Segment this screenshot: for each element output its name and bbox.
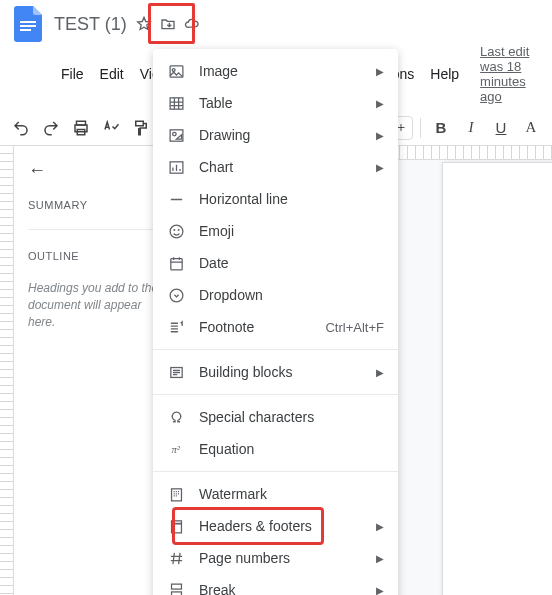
svg-point-7: [172, 68, 175, 71]
toolbar-separator: [420, 118, 421, 138]
redo-button[interactable]: [38, 115, 64, 141]
submenu-arrow-icon: ▶: [376, 367, 384, 378]
svg-point-12: [170, 225, 183, 238]
insert-table[interactable]: Table▶: [153, 87, 398, 119]
watermark-icon: [167, 485, 185, 503]
insert-emoji[interactable]: Emoji: [153, 215, 398, 247]
summary-heading: SUMMARY: [28, 199, 169, 211]
break-icon: [167, 581, 185, 595]
chart-icon: [167, 158, 185, 176]
menu-label: Equation: [199, 441, 384, 457]
last-edit-link[interactable]: Last edit was 18 minutes ago: [480, 44, 542, 104]
outline-hint: Headings you add to the document will ap…: [28, 280, 169, 330]
hr-icon: [167, 190, 185, 208]
insert-drawing[interactable]: Drawing▶: [153, 119, 398, 151]
emoji-icon: [167, 222, 185, 240]
svg-point-13: [174, 229, 175, 230]
menu-edit[interactable]: Edit: [93, 62, 131, 86]
menu-label: Chart: [199, 159, 356, 175]
menu-label: Horizontal line: [199, 191, 384, 207]
menu-help[interactable]: Help: [423, 62, 466, 86]
svg-rect-8: [170, 97, 183, 108]
menu-label: Watermark: [199, 486, 384, 502]
insert-watermark[interactable]: Watermark: [153, 478, 398, 510]
menu-label: Date: [199, 255, 384, 271]
footnote-icon: [167, 318, 185, 336]
menu-label: Emoji: [199, 223, 384, 239]
date-icon: [167, 254, 185, 272]
menu-separator: [153, 349, 398, 350]
menu-label: Special characters: [199, 409, 384, 425]
insert-headers-footers[interactable]: Headers & footers▶: [153, 510, 398, 542]
cloud-icon[interactable]: [181, 13, 203, 35]
submenu-arrow-icon: ▶: [376, 66, 384, 77]
move-icon[interactable]: [157, 13, 179, 35]
menu-label: Building blocks: [199, 364, 356, 380]
insert-chart[interactable]: Chart▶: [153, 151, 398, 183]
menu-label: Break: [199, 582, 356, 595]
print-button[interactable]: [68, 115, 94, 141]
insert-page-numbers[interactable]: Page numbers▶: [153, 542, 398, 574]
svg-rect-2: [20, 29, 31, 31]
undo-button[interactable]: [8, 115, 34, 141]
menu-separator: [153, 471, 398, 472]
underline-button[interactable]: U: [488, 115, 514, 141]
insert-dropdown[interactable]: Dropdown: [153, 279, 398, 311]
doc-title[interactable]: TEST (1): [54, 14, 127, 35]
svg-point-16: [170, 289, 183, 302]
table-icon: [167, 94, 185, 112]
insert-date[interactable]: Date: [153, 247, 398, 279]
docs-logo-icon[interactable]: [10, 6, 46, 42]
omega-icon: [167, 408, 185, 426]
menu-label: Drawing: [199, 127, 356, 143]
insert-equation[interactable]: π²Equation: [153, 433, 398, 465]
vertical-ruler: [0, 146, 14, 595]
headers-icon: [167, 517, 185, 535]
insert-horizontal-line[interactable]: Horizontal line: [153, 183, 398, 215]
submenu-arrow-icon: ▶: [376, 521, 384, 532]
spellcheck-button[interactable]: [98, 115, 124, 141]
svg-rect-22: [171, 591, 181, 595]
insert-dropdown: Image▶Table▶Drawing▶Chart▶Horizontal lin…: [153, 49, 398, 595]
outline-heading: OUTLINE: [28, 250, 169, 262]
pi-icon: π²: [167, 440, 185, 458]
menu-label: Dropdown: [199, 287, 384, 303]
menu-label: Page numbers: [199, 550, 356, 566]
star-icon[interactable]: [133, 13, 155, 35]
image-icon: [167, 62, 185, 80]
submenu-arrow-icon: ▶: [376, 98, 384, 109]
menu-file[interactable]: File: [54, 62, 91, 86]
svg-rect-19: [171, 488, 181, 500]
menu-label: Headers & footers: [199, 518, 356, 534]
insert-break[interactable]: Break▶: [153, 574, 398, 595]
svg-rect-20: [171, 520, 181, 532]
drawing-icon: [167, 126, 185, 144]
svg-rect-21: [171, 584, 181, 589]
blocks-icon: [167, 363, 185, 381]
svg-point-14: [178, 229, 179, 230]
dropdown-icon: [167, 286, 185, 304]
insert-special-characters[interactable]: Special characters: [153, 401, 398, 433]
svg-rect-1: [20, 25, 36, 27]
menu-label: Table: [199, 95, 356, 111]
submenu-arrow-icon: ▶: [376, 162, 384, 173]
svg-rect-0: [20, 21, 36, 23]
paint-format-button[interactable]: [128, 115, 154, 141]
sidebar-back-icon[interactable]: ←: [28, 160, 169, 181]
svg-point-10: [172, 132, 176, 136]
shortcut-text: Ctrl+Alt+F: [325, 320, 384, 335]
hash-icon: [167, 549, 185, 567]
svg-text:π²: π²: [171, 444, 180, 455]
submenu-arrow-icon: ▶: [376, 553, 384, 564]
bold-button[interactable]: B: [428, 115, 454, 141]
insert-footnote[interactable]: FootnoteCtrl+Alt+F: [153, 311, 398, 343]
menu-label: Footnote: [199, 319, 311, 335]
menu-separator: [153, 394, 398, 395]
italic-button[interactable]: I: [458, 115, 484, 141]
menu-label: Image: [199, 63, 356, 79]
insert-building-blocks[interactable]: Building blocks▶: [153, 356, 398, 388]
text-color-button[interactable]: A: [518, 115, 544, 141]
insert-image[interactable]: Image▶: [153, 55, 398, 87]
submenu-arrow-icon: ▶: [376, 130, 384, 141]
document-page[interactable]: [442, 162, 552, 595]
